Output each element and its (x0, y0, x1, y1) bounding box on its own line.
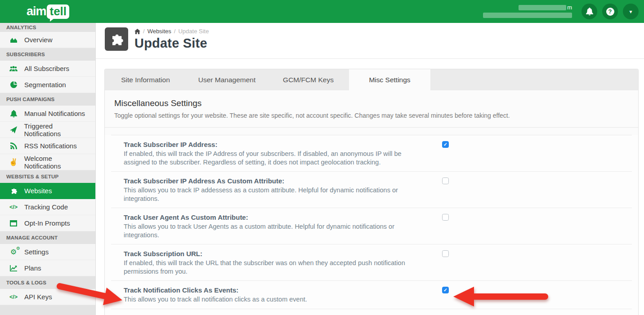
sidebar-item-label: Websites (24, 187, 52, 195)
setting-label: Track Subscription URL: (124, 249, 420, 258)
account-url-line (483, 13, 572, 18)
sidebar-section-header-partial (0, 305, 95, 315)
aimtell-logo[interactable]: aim tell (0, 0, 96, 23)
account-url-redacted (483, 13, 572, 18)
setting-checkbox-track-user-agent-as-custom-attribute[interactable] (442, 214, 449, 221)
logo-speech-bubble: tell (47, 4, 69, 19)
account-email-redacted (519, 5, 566, 10)
sidebar-item-label: Manual Notifications (24, 110, 85, 117)
sidebar-item-manual-notifications[interactable]: Manual Notifications (0, 106, 95, 122)
bell-icon (8, 110, 19, 117)
sidebar-item-rss-notifications[interactable]: RSS Notifications (0, 138, 95, 154)
setting-text: Track Subscriber IP Address:If enabled, … (124, 140, 420, 166)
setting-text: Track User Agent As Custom Attribute:Thi… (124, 213, 420, 239)
setting-checkbox-track-subscriber-ip-address-as-custom-attribute[interactable] (442, 177, 449, 184)
users-icon (8, 66, 19, 72)
sidebar-item-label: Triggered Notifications (24, 122, 90, 138)
setting-row-track-subscription-url: Track Subscription URL:If enabled, this … (111, 244, 632, 281)
setting-description: This allows you to track all notificatio… (124, 295, 420, 304)
breadcrumb-separator: / (174, 28, 176, 35)
setting-checkbox-track-subscriber-ip-address[interactable]: ✓ (442, 141, 449, 148)
sidebar-item-label: All Subscribers (24, 65, 69, 72)
sidebar-section-header-manage-account: MANAGE ACCOUNT (0, 231, 95, 244)
setting-label: Track Notification Clicks As Events: (124, 286, 420, 294)
tab-gcm-fcm-keys[interactable]: GCM/FCM Keys (268, 69, 349, 90)
sidebar-section-header-websites-setup: WEBSITES & SETUP (0, 170, 95, 183)
sidebar-item-api-keys[interactable]: </>API Keys (0, 289, 95, 305)
main-content: /Websites/Update Site Update Site Site I… (96, 23, 644, 315)
sidebar-item-label: Segmentation (24, 81, 66, 89)
code-icon: </> (8, 204, 19, 210)
help-button[interactable]: ? (602, 4, 618, 19)
puzzle-icon (8, 187, 19, 195)
panel-heading-block: Miscellaneous Settings Toggle optional s… (105, 90, 638, 128)
setting-row-track-subscriber-ip-address-as-custom-attribute: Track Subscriber IP Address As Custom At… (111, 172, 632, 208)
topbar-right: m ? ▾ (483, 0, 639, 23)
setting-label: Track Subscriber IP Address As Custom At… (124, 177, 420, 185)
page-header: /Websites/Update Site Update Site (96, 23, 644, 59)
sidebar-item-label: Plans (24, 264, 41, 272)
sidebar-item-segmentation[interactable]: Segmentation (0, 77, 95, 93)
setting-text: Track Notification Clicks As Events:This… (124, 286, 420, 304)
setting-checkbox-track-notification-clicks-as-events[interactable]: ✓ (442, 287, 449, 293)
tab-site-information[interactable]: Site Information (105, 69, 186, 90)
sidebar-section-header-subscribers: SUBSCRIBERS (0, 48, 95, 61)
panel-heading: Miscellaneous Settings (114, 98, 629, 108)
sidebar-item-label: Tracking Code (24, 203, 68, 211)
topbar: aim tell m ? ▾ (0, 0, 644, 23)
sidebar-item-websites[interactable]: Websites (0, 183, 95, 199)
setting-row-track-user-agent-as-custom-attribute: Track User Agent As Custom Attribute:Thi… (111, 208, 632, 244)
sidebar-item-plans[interactable]: Plans (0, 260, 95, 276)
logo-text-aim: aim (27, 4, 46, 18)
sidebar-item-tracking-code[interactable]: </>Tracking Code (0, 199, 95, 215)
breadcrumb-websites[interactable]: Websites (148, 28, 171, 35)
sidebar-item-all-subscribers[interactable]: All Subscribers (0, 61, 95, 77)
paper-plane-icon (8, 126, 19, 133)
account-menu-button[interactable]: ▾ (623, 4, 639, 19)
setting-row-track-subscriber-ip-address: Track Subscriber IP Address:If enabled, … (111, 135, 632, 172)
tab-misc-settings[interactable]: Misc Settings (349, 69, 430, 90)
sidebar-section-header-analytics: ANALYTICS (0, 23, 95, 32)
speech-bubble-tail (50, 18, 54, 22)
bell-icon (586, 8, 593, 15)
sidebar-item-triggered-notifications[interactable]: Triggered Notifications (0, 122, 95, 138)
sidebar-item-label: API Keys (24, 293, 52, 301)
rss-icon (8, 142, 19, 149)
notifications-button[interactable] (581, 4, 597, 19)
setting-row-track-notification-clicks-as-events: Track Notification Clicks As Events:This… (111, 281, 632, 309)
sidebar-item-welcome-notifications[interactable]: ✌Welcome Notifications (0, 154, 95, 170)
window-icon (8, 220, 19, 226)
pie-chart-icon (8, 81, 19, 88)
update-site-panel: Site InformationUser ManagementGCM/FCM K… (104, 69, 639, 315)
account-email-suffix: m (567, 5, 572, 10)
question-circle-icon: ? (606, 8, 614, 16)
sidebar-item-settings[interactable]: ⚙⚙Settings (0, 244, 95, 260)
setting-row-track-subscriptions-as-events: Track Subscriptions As Events:This allow… (111, 309, 632, 315)
account-email-line: m (519, 5, 572, 10)
setting-description: This allows you to track IP addessess as… (124, 186, 420, 203)
sidebar-item-label: Opt-In Prompts (24, 219, 70, 227)
tab-user-management[interactable]: User Management (186, 69, 268, 90)
setting-description: If enabled, this will track the URL that… (124, 259, 420, 275)
gears-icon: ⚙⚙ (8, 248, 19, 256)
sidebar-item-opt-in-prompts[interactable]: Opt-In Prompts (0, 215, 95, 231)
area-chart-icon (8, 36, 19, 43)
home-icon[interactable] (134, 29, 140, 34)
sidebar-item-overview[interactable]: Overview (0, 32, 95, 48)
setting-label: Track User Agent As Custom Attribute: (124, 213, 420, 222)
setting-description: If enabled, this will track the IP Addre… (124, 150, 420, 166)
sidebar-section-header-push-campaigns: PUSH CAMPAIGNS (0, 93, 95, 106)
page-header-text: /Websites/Update Site Update Site (134, 28, 209, 51)
page-title: Update Site (134, 36, 209, 51)
breadcrumb-update-site: Update Site (178, 28, 209, 35)
setting-label: Track Subscriber IP Address: (124, 140, 420, 149)
sidebar-item-label: RSS Notifications (24, 142, 77, 150)
tab-bar: Site InformationUser ManagementGCM/FCM K… (105, 69, 638, 90)
setting-text: Track Subscription URL:If enabled, this … (124, 249, 420, 275)
setting-text: Track Subscriber IP Address As Custom At… (124, 177, 420, 203)
chevron-down-icon: ▾ (629, 9, 632, 14)
breadcrumb: /Websites/Update Site (134, 28, 209, 35)
setting-checkbox-track-subscription-url[interactable] (442, 250, 449, 257)
panel-subheading: Toggle optional settings for your websit… (114, 112, 629, 119)
sidebar-item-label: Welcome Notifications (24, 155, 90, 170)
